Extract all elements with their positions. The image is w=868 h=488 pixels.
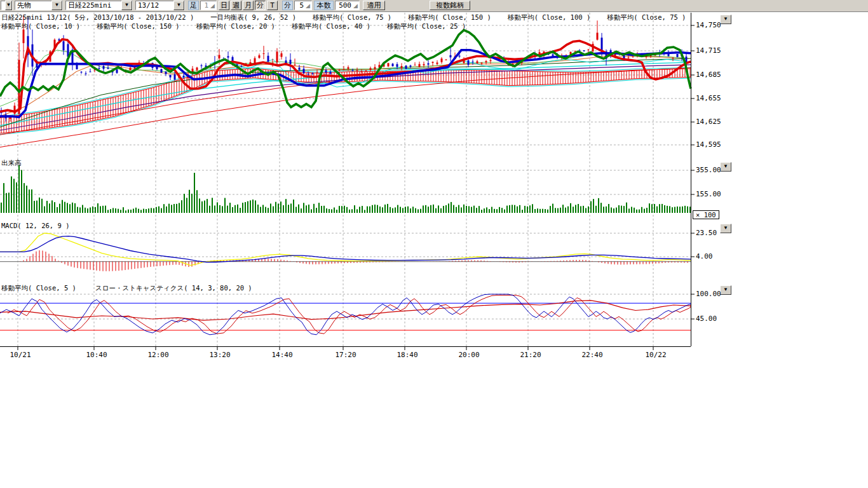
time-axis-label: 13:20 [209,351,230,359]
chevron-down-icon: ▼ [723,287,728,292]
macd-axis-label: 23.50 [696,229,717,237]
indicator-legend-row-1: 日経225mini 13/12( 5分, 2013/10/18 - 2013/1… [1,13,702,22]
chevron-down-icon: ▼ [723,225,728,231]
stoch-axis-label: 100.00 [696,290,721,298]
legend-item: 移動平均( Close, 150 ) [97,22,180,31]
scale-menu-button-macd[interactable]: ▼ [720,224,731,233]
macd-panel-label: MACD( 12, 26, 9 ) [1,222,69,229]
price-axis-label: 14,715 [696,46,721,55]
time-axis-label: 22:40 [581,351,602,359]
time-axis-label: 12:00 [147,351,168,359]
app-window: ▼ 先物 ▼ 日経225mini ▼ 13/12 ▼ 足 1 ◢ 日 週 月 分… [0,0,868,488]
scale-menu-button-stoch[interactable]: ▼ [720,285,731,295]
indicator-legend-row-2: 移動平均( Close, 10 )移動平均( Close, 150 )移動平均(… [1,22,482,31]
stoch-axis-label: 45.00 [696,315,717,323]
volume-axis-label: 355.00 [696,166,721,174]
legend-item: 日経225mini 13/12( 5分, 2013/10/18 - 2013/1… [1,13,194,22]
time-axis-label: 10:40 [86,351,107,359]
price-axis-label: 14,750 [696,21,721,29]
time-axis-label: 10/21 [10,351,31,359]
stoch-ma-panel-label: 移動平均( Close, 5 ) [1,284,76,293]
volume-multiplier-badge: × 100 [693,210,719,219]
volume-panel-label: 出来高 [1,159,22,168]
legend-item: 移動平均( Close, 150 ) [408,13,491,22]
legend-item: 移動平均( Close, 40 ) [292,22,370,31]
price-axis-label: 14,685 [696,71,721,79]
chart-canvas[interactable] [0,0,868,488]
time-axis-label: 14:40 [271,351,292,359]
price-axis-label: 14,625 [696,118,721,126]
scale-menu-button-main[interactable]: ▼ [720,15,731,24]
time-axis-label: 18:40 [397,351,417,359]
legend-item: 移動平均( Close, 20 ) [196,22,275,31]
price-axis-label: 14,595 [696,140,721,149]
time-axis-label: 10/22 [645,351,666,359]
legend-item: 一目均衡表( 9, 26, 52 ) [210,13,296,22]
stochastics-panel-label: スロー・ストキャスティクス( 14, 3, 80, 20 ) [95,284,252,293]
volume-axis-label: 155.00 [696,190,721,198]
legend-item: 移動平均( Close, 75 ) [313,13,391,22]
legend-item: 移動平均( Close, 10 ) [1,22,80,31]
time-axis-label: 17:20 [335,351,356,359]
chevron-down-icon: ▼ [723,163,728,169]
price-axis-label: 14,655 [696,94,721,102]
legend-item: 移動平均( Close, 25 ) [387,22,466,31]
time-axis-label: 21:20 [520,351,541,359]
macd-axis-label: 4.00 [696,252,713,261]
legend-item: 移動平均( Close, 75 ) [607,13,686,22]
scale-menu-button-volume[interactable]: ▼ [720,162,731,172]
time-axis-label: 20:00 [458,351,479,359]
legend-item: 移動平均( Close, 100 ) [508,13,591,22]
chevron-down-icon: ▼ [723,16,728,22]
